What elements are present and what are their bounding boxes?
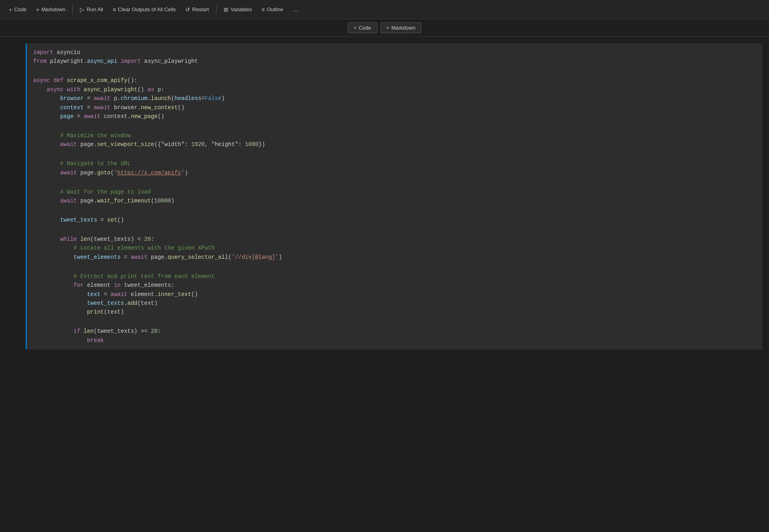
code-line-empty-4 xyxy=(33,177,756,188)
separator-1 xyxy=(72,5,73,14)
outline-icon: ≡ xyxy=(261,7,264,12)
more-options-button[interactable]: … xyxy=(289,5,302,14)
cell-editor[interactable]: import asyncio from playwright.async_api… xyxy=(26,43,763,350)
clear-icon: ≡ xyxy=(113,7,116,12)
add-markdown-button[interactable]: + Markdown xyxy=(32,5,69,14)
code-line-2: from playwright.async_api import async_p… xyxy=(33,57,756,66)
code-line-7: context = await browser.new_context() xyxy=(33,103,756,112)
plus-icon-float-code: + xyxy=(354,25,357,31)
code-line-11: await page.set_viewport_size({"width": 1… xyxy=(33,140,756,149)
code-line-21: while len(tweet_texts) < 20: xyxy=(33,235,756,244)
insert-markdown-label: Markdown xyxy=(391,25,415,31)
code-line-17: await page.wait_for_timeout(10000) xyxy=(33,196,756,205)
add-code-label: Code xyxy=(14,6,26,12)
separator-2 xyxy=(216,5,216,14)
run-all-button[interactable]: ▷ Run All xyxy=(76,5,107,14)
code-line-23: tweet_elements = await page.query_select… xyxy=(33,253,756,262)
main-toolbar: + Code + Markdown ▷ Run All ≡ Clear Outp… xyxy=(0,0,769,19)
code-line-14: await page.goto('https://x.com/apify') xyxy=(33,168,756,177)
plus-icon-md: + xyxy=(36,7,39,12)
more-icon: … xyxy=(293,7,298,12)
cell-gutter xyxy=(0,43,26,350)
code-line-empty-3 xyxy=(33,149,756,160)
code-line-31: if len(tweet_texts) >= 20: xyxy=(33,327,756,336)
code-line-empty-8 xyxy=(33,317,756,327)
code-line-19: tweet_texts = set() xyxy=(33,216,756,224)
code-line-29: print(text) xyxy=(33,308,756,316)
insert-code-label: Code xyxy=(358,25,371,31)
code-line-empty-2 xyxy=(33,121,756,131)
run-icon: ▷ xyxy=(80,7,84,12)
code-line-8: page = await context.new_page() xyxy=(33,112,756,121)
add-code-button[interactable]: + Code xyxy=(5,5,30,14)
code-line-13: # Navigate to the URL xyxy=(33,159,756,168)
variables-icon: ⊞ xyxy=(224,7,228,12)
code-line-25: # Extract and print text from each eleme… xyxy=(33,272,756,281)
code-line-empty-7 xyxy=(33,262,756,272)
code-line-6: browser = await p.chromium.launch(headle… xyxy=(33,94,756,103)
code-line-32: break xyxy=(33,336,756,345)
cell-insert-toolbar: + Code + Markdown xyxy=(0,19,769,37)
insert-markdown-button[interactable]: + Markdown xyxy=(380,22,422,33)
code-line-empty-6 xyxy=(33,224,756,235)
restart-label: Restart xyxy=(192,6,209,12)
code-line-empty-5 xyxy=(33,205,756,216)
plus-icon-float-md: + xyxy=(387,25,390,31)
clear-outputs-label: Clear Outputs of All Cells xyxy=(118,6,176,12)
code-line-27: text = await element.inner_text() xyxy=(33,290,756,299)
variables-button[interactable]: ⊞ Variables xyxy=(220,5,256,14)
code-line-1: import asyncio xyxy=(33,48,756,57)
variables-label: Variables xyxy=(230,6,252,12)
clear-outputs-button[interactable]: ≡ Clear Outputs of All Cells xyxy=(109,5,180,14)
code-line-empty-1 xyxy=(33,66,756,76)
code-line-22: # Locate all elements with the given XPa… xyxy=(33,244,756,252)
outline-label: Outline xyxy=(267,6,283,12)
code-line-26: for element in tweet_elements: xyxy=(33,281,756,290)
plus-icon: + xyxy=(9,7,12,12)
code-cell-1: import asyncio from playwright.async_api… xyxy=(0,43,769,350)
insert-code-button[interactable]: + Code xyxy=(348,22,377,33)
code-line-4: async def scrape_x_com_apify(): xyxy=(33,76,756,85)
code-line-10: # Maximize the window xyxy=(33,131,756,140)
code-line-5: async with async_playwright() as p: xyxy=(33,85,756,94)
restart-icon: ↺ xyxy=(185,7,190,12)
outline-button[interactable]: ≡ Outline xyxy=(257,5,287,14)
restart-button[interactable]: ↺ Restart xyxy=(181,5,213,14)
notebook-area: import asyncio from playwright.async_api… xyxy=(0,37,769,356)
add-markdown-label: Markdown xyxy=(41,6,65,12)
code-line-16: # Wait for the page to load xyxy=(33,188,756,196)
code-line-28: tweet_texts.add(text) xyxy=(33,299,756,308)
run-all-label: Run All xyxy=(86,6,103,12)
